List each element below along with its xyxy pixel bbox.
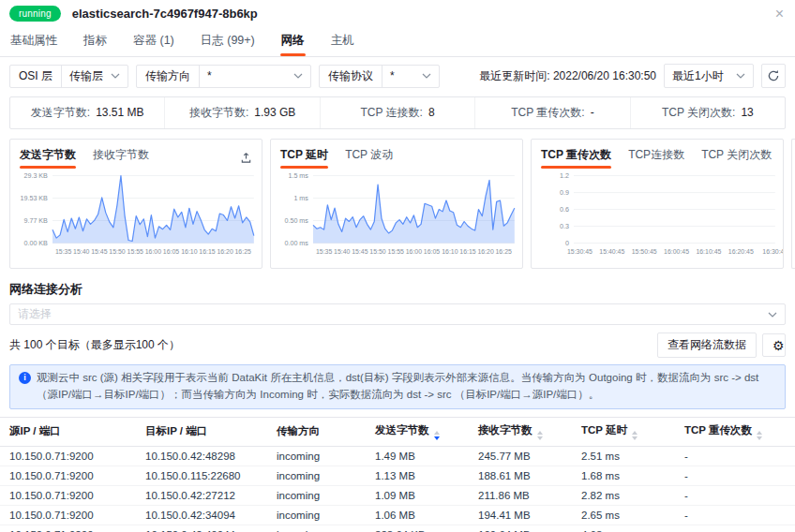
tab-metrics[interactable]: 指标 [82,26,108,56]
stat-tcp-connections: TCP 连接数:8 [320,97,474,128]
column-header[interactable]: 接收字节数 [469,417,572,446]
chart-tab-recv-bytes[interactable]: 接收字节数 [93,147,149,169]
svg-text:0.6: 0.6 [560,206,569,213]
info-icon: i [19,372,31,384]
svg-text:0.50 ms: 0.50 ms [284,217,308,224]
stat-received-bytes: 接收字节数:1.93 GB [164,97,319,128]
tab-containers[interactable]: 容器 (1) [132,26,175,56]
sort-carets-icon[interactable] [434,431,440,440]
connections-table: 源IP / 端口目标IP / 端口传输方向发送字节数接收字节数TCP 延时TCP… [0,417,795,532]
charts-row: 发送字节数 接收字节数 29.3 KB19.53 KB9.77 KB0.00 K… [0,139,795,269]
osi-layer-filter[interactable]: OSI 层 传输层 [9,65,128,88]
svg-text:15:40:45: 15:40:45 [599,248,624,255]
svg-text:16:25: 16:25 [496,248,513,255]
column-header[interactable]: TCP 延时 [572,417,675,446]
direction-select[interactable]: * [200,69,310,82]
chevron-down-icon [111,73,120,79]
chart-card-partial [791,139,795,269]
tab-bar: 基础属性 指标 容器 (1) 日志 (99+) 网络 主机 [0,26,795,57]
connections-table-body: 10.150.0.71:920010.150.0.42:48298incomin… [0,446,795,532]
protocol-label: 传输协议 [320,66,382,87]
svg-text:9.77 KB: 9.77 KB [23,217,48,224]
chevron-down-icon [768,312,777,318]
svg-text:15:35: 15:35 [316,248,333,255]
chart-tab-tcp-connections[interactable]: TCP连接数 [628,147,684,169]
targets-count-row: 共 100 个目标（最多显示100 个） 查看网络流数据 ⚙ [0,325,795,364]
column-header[interactable]: TCP 重传次数 [675,417,795,446]
table-row[interactable]: 10.150.0.71:920010.150.0.42:34094incomin… [0,505,795,525]
stat-tcp-retransmits: TCP 重传次数:- [474,97,629,128]
svg-text:1.5 ms: 1.5 ms [288,172,308,179]
export-icon[interactable] [240,152,252,164]
osi-layer-select[interactable]: 传输层 [62,68,128,84]
connection-filter-select[interactable]: 请选择 [9,303,786,325]
sort-carets-icon[interactable] [537,431,543,440]
view-network-flow-button[interactable]: 查看网络流数据 [657,332,757,358]
svg-text:15:50: 15:50 [109,248,126,255]
svg-text:15:50: 15:50 [369,248,386,255]
chart-tab-send-bytes[interactable]: 发送字节数 [20,147,76,169]
tab-basic-props[interactable]: 基础属性 [9,26,58,56]
svg-text:15:40: 15:40 [73,248,90,255]
summary-stats-bar: 发送字节数:13.51 MB 接收字节数:1.93 GB TCP 连接数:8 T… [9,96,786,129]
protocol-filter[interactable]: 传输协议 * [319,65,440,88]
svg-text:0.00 ms: 0.00 ms [284,240,308,246]
chart-tab-tcp-closes[interactable]: TCP 关闭次数 [701,147,772,169]
svg-text:15:40: 15:40 [334,248,351,255]
svg-text:15:50:45: 15:50:45 [632,248,657,255]
table-row[interactable]: 10.150.0.71:920010.150.0.42:40044incomin… [0,525,795,532]
table-row[interactable]: 10.150.0.71:920010.150.0.42:27212incomin… [0,485,795,505]
svg-text:0.00 KB: 0.00 KB [23,240,48,246]
page-title: elasticsearch-7c4967f947-8b6kp [72,7,258,21]
refresh-button[interactable] [761,64,786,88]
chart-card-tcp-latency: TCP 延时 TCP 波动 1.5 ms1 ms0.50 ms0.00 ms15… [270,139,523,269]
close-icon[interactable]: × [775,7,784,22]
svg-text:29.3 KB: 29.3 KB [23,172,48,179]
chart-tab-tcp-jitter[interactable]: TCP 波动 [345,147,393,169]
svg-text:16:10:45: 16:10:45 [696,248,721,255]
svg-text:16:20: 16:20 [217,248,233,255]
sort-carets-icon[interactable] [757,431,762,440]
svg-text:16:15: 16:15 [459,248,476,255]
svg-text:16:05: 16:05 [163,248,180,255]
chart-tab-tcp-retransmit[interactable]: TCP 重传次数 [541,147,611,169]
stat-tcp-closes: TCP 关闭次数:13 [630,97,785,128]
column-header: 传输方向 [267,417,366,446]
refresh-icon [767,69,780,82]
chart-card-bytes: 发送字节数 接收字节数 29.3 KB19.53 KB9.77 KB0.00 K… [9,139,262,269]
svg-text:0.3: 0.3 [560,223,569,229]
svg-text:15:55: 15:55 [128,248,144,255]
tab-host[interactable]: 主机 [330,26,355,56]
stat-sent-bytes: 发送字节数:13.51 MB [10,97,164,128]
svg-text:15:35: 15:35 [55,248,72,255]
last-updated-label: 最近更新时间: 2022/06/20 16:30:50 [479,68,656,84]
osi-layer-label: OSI 层 [10,66,62,87]
column-header: 目标IP / 端口 [136,417,267,446]
direction-label: 传输方向 [137,66,200,87]
info-banner-text: 观测云中 src (源) 相关字段用于表示当前 DataKit 所在主机信息，d… [37,372,758,400]
status-badge: running [9,6,61,22]
targets-count-text: 共 100 个目标（最多显示100 个） [9,337,180,353]
tab-logs[interactable]: 日志 (99+) [200,26,256,56]
column-header[interactable]: 发送字节数 [366,417,469,446]
direction-filter[interactable]: 传输方向 * [136,65,311,88]
time-range-select[interactable]: 最近1小时 [664,64,754,88]
tab-network[interactable]: 网络 [280,26,306,56]
gear-icon[interactable]: ⚙ [762,333,786,357]
filter-bar: OSI 层 传输层 传输方向 * 传输协议 * 最近更新时间: 2022/06/… [0,57,795,94]
table-row[interactable]: 10.150.0.71:920010.150.0.115:22680incomi… [0,466,795,485]
detail-panel: running elasticsearch-7c4967f947-8b6kp ×… [0,0,795,532]
svg-text:15:55: 15:55 [388,248,405,255]
svg-text:16:05: 16:05 [424,248,441,255]
chart-svg-send-bytes: 29.3 KB19.53 KB9.77 KB0.00 KB15:3515:401… [10,169,262,268]
svg-text:16:20: 16:20 [477,248,494,255]
svg-text:16:15: 16:15 [199,248,216,255]
sort-carets-icon[interactable] [632,431,638,440]
chart-svg-tcp-latency: 1.5 ms1 ms0.50 ms0.00 ms15:3515:4015:451… [271,169,522,268]
svg-text:0: 0 [565,240,569,246]
chart-tab-tcp-latency[interactable]: TCP 延时 [280,147,328,169]
table-header-row: 源IP / 端口目标IP / 端口传输方向发送字节数接收字节数TCP 延时TCP… [0,417,795,446]
svg-text:15:30:45: 15:30:45 [567,248,592,255]
table-row[interactable]: 10.150.0.71:920010.150.0.42:48298incomin… [0,446,795,466]
protocol-select[interactable]: * [382,69,439,82]
